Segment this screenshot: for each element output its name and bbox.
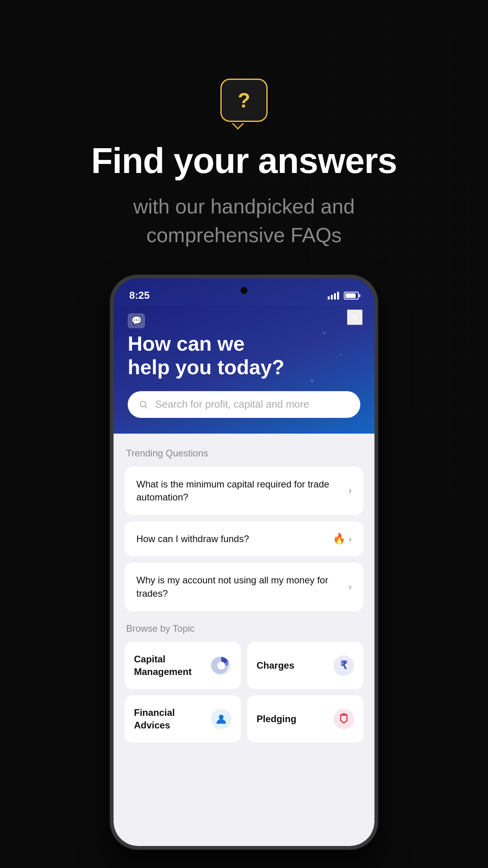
question-bubble-icon: ?	[220, 79, 268, 122]
signal-bar-1	[328, 296, 330, 300]
pie-chart-icon	[211, 655, 231, 676]
faq-card-2[interactable]: Why is my account not using all my money…	[125, 563, 363, 611]
phone-content: Trending Questions What is the minimum c…	[114, 434, 374, 846]
topics-section: Browse by Topic CapitalManagement	[125, 623, 363, 743]
header-icon-row: 💬	[128, 313, 360, 328]
hero-title: Find your answers	[91, 142, 397, 180]
phone-frame: 8:25	[110, 275, 378, 849]
phone-mockup: 8:25	[110, 275, 378, 849]
search-placeholder: Search for profit, capital and more	[155, 398, 309, 410]
topic-card-capital-management[interactable]: CapitalManagement	[125, 642, 241, 689]
phone-header: ✦ ✦ ✦ ✦ × 💬 How can we help you today?	[114, 305, 374, 434]
chevron-right-icon-2: ›	[349, 581, 352, 592]
signal-bar-3	[334, 293, 336, 300]
search-icon	[137, 398, 150, 411]
person-icon	[211, 709, 231, 729]
camera-notch	[240, 287, 248, 294]
topic-name-capital-management: CapitalManagement	[134, 653, 211, 677]
fire-icon-1: 🔥	[333, 533, 345, 545]
faq-text-2: Why is my account not using all my money…	[136, 574, 349, 600]
status-time: 8:25	[129, 289, 150, 302]
topic-name-financial-advices: FinancialAdvices	[134, 706, 211, 731]
search-bar[interactable]: Search for profit, capital and more	[128, 391, 360, 418]
topics-section-label: Browse by Topic	[125, 623, 363, 634]
star-decoration-2: ✦	[339, 353, 343, 358]
svg-point-3	[217, 662, 225, 669]
chevron-right-icon-1: ›	[349, 533, 352, 544]
topic-card-pledging[interactable]: Pledging	[247, 695, 363, 743]
topic-card-financial-advices[interactable]: FinancialAdvices	[125, 695, 241, 743]
svg-line-1	[145, 406, 147, 408]
close-button[interactable]: ×	[347, 309, 363, 325]
status-icons	[328, 292, 359, 300]
faq-icons-0: ›	[349, 485, 352, 496]
star-decoration-3: ✦	[308, 376, 316, 386]
chat-icon: 💬	[128, 313, 145, 328]
faq-card-0[interactable]: What is the minimum capital required for…	[125, 467, 363, 515]
topic-name-charges: Charges	[257, 659, 334, 671]
star-decoration-1: ✦	[321, 329, 327, 338]
faq-card-1[interactable]: How can I withdraw funds? 🔥 ›	[125, 521, 363, 557]
faq-text-0: What is the minimum capital required for…	[136, 478, 349, 504]
trending-section-label: Trending Questions	[125, 448, 363, 459]
phone-screen: 8:25	[114, 278, 374, 846]
battery-icon	[344, 292, 359, 300]
chevron-right-icon-0: ›	[349, 485, 352, 496]
faq-icons-2: ›	[349, 581, 352, 592]
signal-bar-2	[331, 295, 333, 300]
hero-subtitle: with our handpicked and comprehensive FA…	[106, 192, 382, 250]
faq-text-1: How can I withdraw funds?	[136, 532, 333, 546]
topics-grid: CapitalManagement	[125, 642, 363, 743]
topic-card-charges[interactable]: Charges ₹	[247, 642, 363, 689]
question-mark-icon: ?	[238, 88, 250, 112]
signal-bar-4	[337, 292, 339, 300]
signal-icon	[328, 292, 339, 300]
pledge-icon	[334, 709, 354, 729]
hero-section: ? Find your answers with our handpicked …	[0, 0, 488, 322]
header-title-line1: How can we	[128, 332, 245, 355]
rupee-icon: ₹	[334, 655, 354, 676]
header-title-line2: help you today?	[128, 356, 284, 379]
faq-icons-1: 🔥 ›	[333, 533, 352, 545]
topic-name-pledging: Pledging	[257, 713, 334, 725]
header-title: How can we help you today?	[128, 332, 360, 379]
svg-point-4	[219, 715, 224, 719]
content-inner: Trending Questions What is the minimum c…	[114, 434, 374, 757]
battery-fill	[345, 293, 356, 298]
